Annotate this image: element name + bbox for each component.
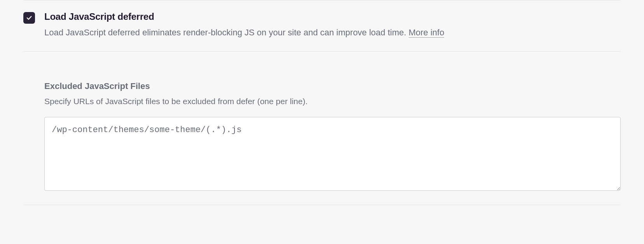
excluded-subsection: Excluded JavaScript Files Specify URLs o… (23, 63, 621, 192)
option-description-text: Load JavaScript deferred eliminates rend… (44, 28, 409, 37)
checkbox-wrap (23, 11, 35, 24)
more-info-link[interactable]: More info (409, 28, 444, 38)
option-section: Load JavaScript deferred Load JavaScript… (23, 0, 621, 51)
excluded-title: Excluded JavaScript Files (44, 81, 621, 91)
option-content: Load JavaScript deferred Load JavaScript… (44, 11, 621, 39)
option-description: Load JavaScript deferred eliminates rend… (44, 26, 621, 39)
option-row: Load JavaScript deferred Load JavaScript… (23, 11, 621, 39)
excluded-description: Specify URLs of JavaScript files to be e… (44, 95, 621, 108)
load-js-deferred-checkbox[interactable] (23, 12, 35, 24)
option-title: Load JavaScript deferred (44, 11, 621, 22)
checkmark-icon (26, 14, 33, 21)
excluded-section: Excluded JavaScript Files Specify URLs o… (23, 51, 621, 205)
excluded-js-textarea[interactable] (44, 117, 621, 191)
